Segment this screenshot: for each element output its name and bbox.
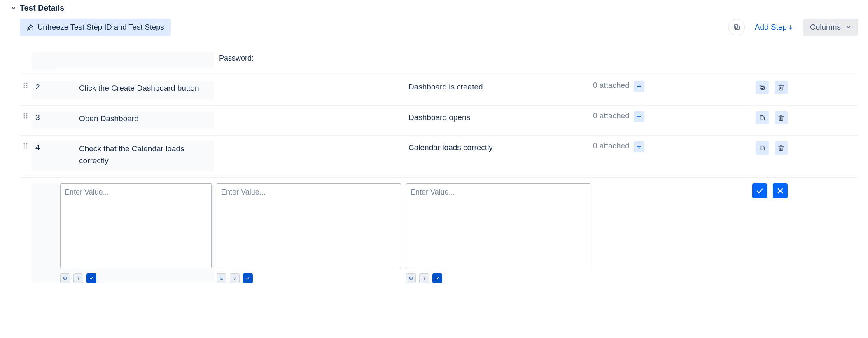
step-expected[interactable]: Dashboard is created — [404, 81, 593, 92]
clone-step-button[interactable] — [756, 111, 769, 124]
columns-label: Columns — [810, 23, 841, 32]
step-attachments: 0 attached — [593, 141, 727, 152]
svg-point-8 — [24, 87, 25, 88]
svg-rect-22 — [761, 117, 764, 120]
step-expected[interactable]: Dashboard opens — [404, 111, 593, 122]
new-data-input[interactable] — [217, 183, 401, 268]
table-row: 4 Check that the Calendar loads correctl… — [20, 135, 858, 177]
svg-point-14 — [24, 113, 25, 114]
svg-rect-33 — [760, 146, 763, 149]
step-data[interactable] — [214, 81, 404, 82]
edit-icon-button[interactable] — [60, 273, 70, 283]
step-attachments: 0 attached — [593, 111, 727, 122]
add-step-button[interactable]: Add Step — [752, 22, 796, 32]
row-actions — [727, 81, 797, 94]
copy-icon — [733, 23, 740, 31]
svg-point-25 — [26, 143, 28, 145]
header-step-cell — [58, 52, 214, 69]
chevron-down-icon[interactable] — [10, 5, 17, 12]
toolbar-right: Add Step Columns — [728, 19, 858, 36]
step-data[interactable] — [214, 141, 404, 143]
entry-toolbar: ? — [217, 273, 401, 283]
unfreeze-label: Unfreeze Test Step ID and Test Steps — [37, 23, 164, 32]
clone-step-button[interactable] — [756, 81, 769, 94]
confirm-button[interactable] — [752, 183, 767, 198]
toggle-checked-button[interactable] — [86, 273, 96, 283]
section-header[interactable]: Test Details — [10, 3, 858, 13]
svg-point-4 — [24, 83, 25, 84]
svg-rect-32 — [761, 147, 764, 150]
svg-point-5 — [26, 83, 28, 84]
test-steps-table: Password: 2 Click the Create Dashboard b… — [20, 47, 858, 287]
header-id-cell — [31, 52, 58, 70]
svg-rect-23 — [760, 115, 763, 119]
entry-toolbar: ? — [406, 273, 590, 283]
svg-rect-13 — [760, 85, 763, 89]
svg-point-28 — [24, 148, 25, 149]
step-id: 3 — [31, 111, 58, 130]
edit-icon-button[interactable] — [217, 273, 226, 283]
delete-step-button[interactable] — [775, 141, 788, 155]
delete-step-button[interactable] — [775, 81, 788, 94]
table-row: 3 Open Dashboard Dashboard opens 0 attac… — [20, 105, 858, 136]
step-data[interactable] — [214, 111, 404, 113]
entry-toolbar: ? — [60, 273, 212, 283]
history-button[interactable] — [728, 19, 745, 35]
new-step-input[interactable] — [60, 183, 212, 268]
add-step-label: Add Step — [755, 23, 787, 32]
edit-icon-button[interactable] — [406, 273, 416, 283]
new-expected-input[interactable] — [406, 183, 590, 268]
svg-rect-1 — [735, 26, 739, 30]
svg-point-17 — [26, 115, 28, 116]
svg-rect-34 — [64, 277, 67, 280]
new-step-actions — [727, 183, 797, 198]
svg-point-6 — [24, 85, 25, 86]
help-icon-button[interactable]: ? — [230, 273, 240, 283]
help-icon-button[interactable]: ? — [419, 273, 429, 283]
step-id: 2 — [31, 81, 58, 99]
delete-step-button[interactable] — [775, 111, 788, 124]
attached-count: 0 attached — [593, 111, 630, 120]
section-title: Test Details — [20, 3, 64, 13]
svg-rect-12 — [761, 86, 764, 89]
toolbar: Unfreeze Test Step ID and Test Steps Add… — [20, 19, 858, 36]
pin-icon — [26, 24, 33, 31]
header-data-cell: Password: — [214, 52, 404, 63]
arrow-down-icon — [788, 24, 793, 30]
svg-point-27 — [26, 146, 28, 147]
clone-step-button[interactable] — [756, 141, 769, 155]
cancel-button[interactable] — [773, 183, 788, 198]
step-description[interactable]: Check that the Calendar loads correctly — [58, 141, 214, 171]
add-attachment-button[interactable] — [634, 111, 644, 122]
svg-rect-36 — [410, 277, 413, 280]
toggle-checked-button[interactable] — [432, 273, 442, 283]
svg-point-26 — [24, 146, 25, 147]
step-id: 4 — [31, 141, 58, 171]
svg-point-16 — [24, 115, 25, 116]
drag-handle[interactable] — [20, 81, 31, 88]
svg-point-7 — [26, 85, 28, 86]
table-row: 2 Click the Create Dashboard button Dash… — [20, 75, 858, 105]
chevron-down-icon — [846, 24, 852, 30]
step-description[interactable]: Open Dashboard — [58, 111, 214, 130]
step-description[interactable]: Click the Create Dashboard button — [58, 81, 214, 99]
drag-handle[interactable] — [20, 111, 31, 119]
row-actions — [727, 111, 797, 124]
drag-handle[interactable] — [20, 141, 31, 149]
step-attachments: 0 attached — [593, 81, 727, 92]
unfreeze-button[interactable]: Unfreeze Test Step ID and Test Steps — [20, 19, 171, 36]
svg-rect-35 — [220, 277, 223, 280]
svg-point-15 — [26, 113, 28, 114]
help-icon-button[interactable]: ? — [73, 273, 83, 283]
table-header-row: Password: — [20, 47, 858, 75]
new-step-id — [31, 183, 58, 283]
add-attachment-button[interactable] — [634, 141, 644, 152]
row-actions — [727, 141, 797, 155]
svg-point-24 — [24, 143, 25, 145]
step-expected[interactable]: Calendar loads correctly — [404, 141, 593, 152]
svg-point-18 — [24, 117, 25, 118]
add-attachment-button[interactable] — [634, 81, 644, 92]
columns-button[interactable]: Columns — [803, 19, 858, 36]
toggle-checked-button[interactable] — [243, 273, 253, 283]
attached-count: 0 attached — [593, 81, 630, 90]
